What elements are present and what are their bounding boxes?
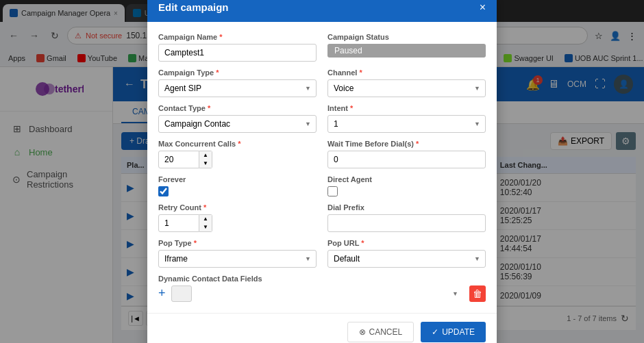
- retry-count-down-btn[interactable]: ▼: [199, 223, 212, 231]
- dynamic-dropdown-wrapper: [171, 285, 464, 302]
- cancel-label: CANCEL: [369, 327, 403, 337]
- cancel-button[interactable]: ⊗ CANCEL: [347, 322, 414, 342]
- pop-type-group: Pop Type * Iframe: [158, 239, 317, 268]
- forever-label: Forever: [158, 175, 317, 183]
- dynamic-dropdown[interactable]: [171, 285, 192, 302]
- pop-url-select[interactable]: Default: [327, 250, 486, 268]
- pop-url-group: Pop URL * Default: [327, 239, 486, 268]
- max-concurrent-down-btn[interactable]: ▼: [199, 160, 212, 168]
- intent-group: Intent * 1: [327, 104, 486, 133]
- campaign-status-badge: Paused: [327, 44, 486, 58]
- update-icon: ✓: [432, 327, 438, 337]
- dial-prefix-group: Dial Prefix: [327, 203, 486, 232]
- modal-footer: ⊗ CANCEL ✓ UPDATE: [147, 313, 497, 344]
- modal-overlay: Edit campaign × Campaign Name * Campaign…: [0, 0, 644, 343]
- dynamic-fields-label: Dynamic Contact Data Fields: [158, 275, 486, 283]
- max-concurrent-up-btn[interactable]: ▲: [199, 151, 212, 160]
- dynamic-fields-row: + 🗑: [158, 285, 486, 302]
- update-button[interactable]: ✓ UPDATE: [421, 322, 486, 342]
- campaign-type-select[interactable]: Agent SIP: [158, 79, 317, 97]
- channel-wrapper: Voice: [327, 79, 486, 97]
- direct-agent-group: Direct Agent: [327, 175, 486, 196]
- retry-count-input[interactable]: [158, 214, 199, 232]
- direct-agent-checkbox-wrapper: [327, 186, 486, 196]
- campaign-type-wrapper: Agent SIP: [158, 79, 317, 97]
- intent-wrapper: 1: [327, 115, 486, 133]
- wait-time-group: Wait Time Before Dial(s) *: [327, 140, 486, 168]
- retry-count-up-btn[interactable]: ▲: [199, 215, 212, 223]
- dynamic-add-btn[interactable]: +: [158, 286, 166, 301]
- max-concurrent-group: Max Concurrent Calls * ▲ ▼: [158, 140, 317, 168]
- pop-type-select[interactable]: Iframe: [158, 250, 317, 268]
- cancel-icon: ⊗: [359, 327, 366, 337]
- modal-header: Edit campaign ×: [147, 0, 497, 22]
- dynamic-delete-btn[interactable]: 🗑: [469, 285, 486, 302]
- contact-type-label: Contact Type *: [158, 104, 317, 112]
- modal-title: Edit campaign: [158, 1, 229, 13]
- dial-prefix-input[interactable]: [327, 214, 486, 232]
- max-concurrent-label: Max Concurrent Calls *: [158, 140, 317, 148]
- max-concurrent-input[interactable]: [158, 151, 199, 168]
- modal-body: Campaign Name * Campaign Status Paused C…: [147, 22, 497, 313]
- wait-time-label: Wait Time Before Dial(s) *: [327, 140, 486, 148]
- dial-prefix-label: Dial Prefix: [327, 203, 486, 212]
- forever-group: Forever: [158, 175, 317, 196]
- form-grid: Campaign Name * Campaign Status Paused C…: [158, 33, 486, 302]
- pop-type-wrapper: Iframe: [158, 250, 317, 268]
- retry-count-group: Retry Count * ▲ ▼: [158, 203, 317, 232]
- max-concurrent-input-wrapper: ▲ ▼: [158, 151, 317, 168]
- contact-type-wrapper: Campaign Contac: [158, 115, 317, 133]
- modal-close-btn[interactable]: ×: [480, 1, 486, 14]
- contact-type-select[interactable]: Campaign Contac: [158, 115, 317, 133]
- pop-url-label: Pop URL *: [327, 239, 486, 247]
- pop-type-label: Pop Type *: [158, 239, 317, 247]
- wait-time-input[interactable]: [327, 151, 486, 168]
- forever-checkbox[interactable]: [158, 186, 169, 196]
- campaign-status-group: Campaign Status Paused: [327, 33, 486, 62]
- direct-agent-label: Direct Agent: [327, 175, 486, 183]
- update-label: UPDATE: [442, 327, 475, 337]
- campaign-name-input[interactable]: [158, 44, 317, 62]
- dynamic-fields-group: Dynamic Contact Data Fields + 🗑: [158, 275, 486, 302]
- channel-group: Channel * Voice: [327, 68, 486, 97]
- campaign-type-label: Campaign Type *: [158, 68, 317, 77]
- intent-label: Intent *: [327, 104, 486, 112]
- contact-type-group: Contact Type * Campaign Contac: [158, 104, 317, 133]
- retry-count-label: Retry Count *: [158, 203, 317, 212]
- retry-count-spinners: ▲ ▼: [199, 214, 212, 232]
- direct-agent-checkbox[interactable]: [327, 186, 338, 196]
- channel-label: Channel *: [327, 68, 486, 77]
- retry-count-input-wrapper: ▲ ▼: [158, 214, 317, 232]
- campaign-type-group: Campaign Type * Agent SIP: [158, 68, 317, 97]
- pop-url-wrapper: Default: [327, 250, 486, 268]
- forever-checkbox-wrapper: [158, 186, 317, 196]
- max-concurrent-spinners: ▲ ▼: [199, 151, 212, 168]
- edit-campaign-modal: Edit campaign × Campaign Name * Campaign…: [147, 0, 497, 343]
- intent-select[interactable]: 1: [327, 115, 486, 133]
- campaign-status-label: Campaign Status: [327, 33, 486, 41]
- channel-select[interactable]: Voice: [327, 79, 486, 97]
- campaign-name-label: Campaign Name *: [158, 33, 317, 41]
- campaign-name-group: Campaign Name *: [158, 33, 317, 62]
